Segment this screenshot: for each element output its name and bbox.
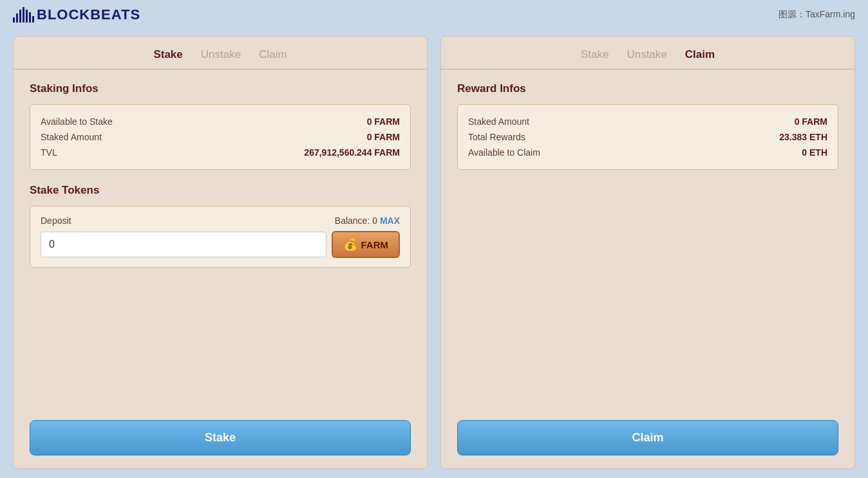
farm-token-button[interactable]: 💰 FARM [332, 231, 401, 258]
max-button[interactable]: MAX [380, 216, 400, 226]
main-content: Stake Unstake Claim Staking Infos Availa… [0, 30, 868, 478]
deposit-header-row: Deposit Balance: 0 MAX [41, 216, 400, 226]
farm-button-label: FARM [361, 239, 389, 250]
farm-icon: 💰 [343, 237, 357, 252]
stake-input-box: Deposit Balance: 0 MAX 💰 FARM [30, 206, 411, 268]
logo: BLOCKBEATS [13, 6, 140, 23]
deposit-label: Deposit [41, 216, 71, 226]
value-available-claim: 0 ETH [802, 147, 827, 158]
value-staked-amount: 0 FARM [367, 132, 400, 142]
claim-button-label: Claim [632, 431, 663, 444]
value-total-rewards: 23.383 ETH [779, 132, 827, 142]
stake-tokens-section: Stake Tokens Deposit Balance: 0 MAX 💰 FA… [30, 184, 411, 282]
label-total-rewards: Total Rewards [468, 132, 525, 142]
right-card: Stake Unstake Claim Reward Infos Staked … [440, 36, 855, 469]
spacer-right [457, 184, 838, 420]
label-available-claim: Available to Claim [468, 147, 540, 158]
claim-button[interactable]: Claim [457, 420, 838, 455]
right-card-body: Reward Infos Staked Amount 0 FARM Total … [441, 69, 854, 468]
left-card: Stake Unstake Claim Staking Infos Availa… [13, 36, 428, 469]
label-staked-amount-right: Staked Amount [468, 116, 529, 127]
stake-tokens-title: Stake Tokens [30, 184, 411, 197]
logo-bars-icon [13, 7, 34, 23]
left-card-body: Staking Infos Available to Stake 0 FARM … [14, 69, 427, 468]
tab-unstake-left[interactable]: Unstake [198, 47, 243, 62]
info-row-available-claim: Available to Claim 0 ETH [468, 145, 827, 160]
source-label: 图源：TaxFarm.ing [778, 9, 855, 21]
bar-5 [26, 10, 28, 23]
balance-value: Balance: 0 [335, 216, 377, 226]
info-row-staked-amount: Staked Amount 0 FARM [41, 129, 400, 145]
info-row-tvl: TVL 267,912,560.244 FARM [41, 145, 400, 160]
stake-button-label: Stake [205, 431, 236, 444]
deposit-input[interactable] [41, 232, 326, 257]
info-row-total-rewards: Total Rewards 23.383 ETH [468, 129, 827, 145]
balance-label: Balance: 0 MAX [335, 216, 400, 226]
info-row-available-stake: Available to Stake 0 FARM [41, 114, 400, 129]
left-card-tabs: Stake Unstake Claim [14, 37, 427, 69]
info-row-staked-amount-right: Staked Amount 0 FARM [468, 114, 827, 129]
deposit-input-row: 💰 FARM [41, 231, 400, 258]
reward-infos-title: Reward Infos [457, 82, 838, 95]
right-card-tabs: Stake Unstake Claim [441, 37, 854, 69]
bar-4 [23, 7, 24, 23]
logo-text: BLOCKBEATS [37, 6, 140, 23]
bar-1 [13, 17, 15, 23]
staking-infos-title: Staking Infos [30, 82, 411, 95]
bar-3 [19, 10, 21, 23]
label-staked-amount: Staked Amount [41, 132, 102, 142]
value-staked-amount-right: 0 FARM [795, 116, 827, 127]
spacer-left [30, 297, 411, 420]
bar-2 [16, 14, 18, 23]
value-tvl: 267,912,560.244 FARM [304, 147, 400, 158]
bar-7 [32, 16, 34, 23]
bar-6 [29, 12, 31, 23]
tab-stake-right[interactable]: Stake [578, 47, 611, 62]
label-available-stake: Available to Stake [41, 116, 113, 127]
value-available-stake: 0 FARM [367, 116, 400, 127]
label-tvl: TVL [41, 147, 57, 158]
stake-button[interactable]: Stake [30, 420, 411, 455]
reward-info-box: Staked Amount 0 FARM Total Rewards 23.38… [457, 104, 838, 170]
tab-unstake-right[interactable]: Unstake [624, 47, 669, 62]
tab-stake-left[interactable]: Stake [151, 47, 185, 62]
header: BLOCKBEATS 图源：TaxFarm.ing [0, 0, 868, 30]
tab-claim-left[interactable]: Claim [256, 47, 289, 62]
staking-info-box: Available to Stake 0 FARM Staked Amount … [30, 104, 411, 170]
tab-claim-right[interactable]: Claim [683, 47, 717, 62]
